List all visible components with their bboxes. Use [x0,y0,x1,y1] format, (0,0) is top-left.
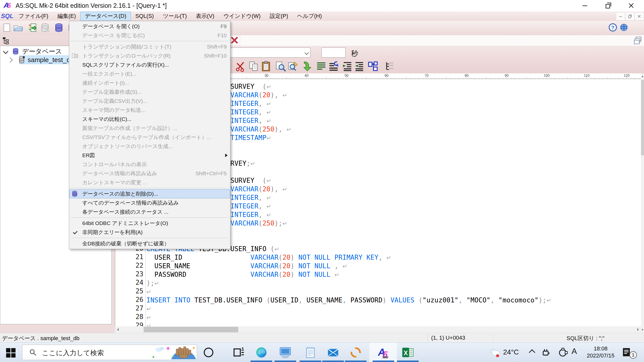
menubar-item-settings[interactable]: 設定(P) [265,12,293,21]
expander-right-icon[interactable] [8,57,13,62]
taskbar-app-mail[interactable] [327,346,339,359]
minimize-button[interactable] [576,1,594,11]
running-indicator [322,360,344,362]
taskbar-search-input[interactable]: ここに入力して検索 [22,345,197,360]
horizontal-scroll-thumb[interactable] [144,327,238,332]
menubar-item-help[interactable]: ヘルプ(H) [293,12,326,21]
menu-item-label: カレントスキーマの変更 ... [82,179,147,186]
globe-icon[interactable] [619,23,628,32]
copy-icon[interactable] [248,61,259,72]
context-menu-item[interactable]: データベース を開く(O)F9 [69,22,230,31]
close-query-tab-icon[interactable] [229,36,240,46]
context-menu-item[interactable]: 一括エクスポート(E)... [69,69,230,78]
context-menu-item[interactable]: 各データベース接続のステータス ... [69,207,230,216]
restore-button[interactable] [599,1,617,11]
ruler-tick [595,78,595,79]
menubar-item-window[interactable]: ウインドウ(W) [219,12,265,21]
expander-down-icon[interactable] [3,49,8,54]
context-menu-item[interactable]: 非同期クエリーを利用(A) [69,228,230,237]
format-undo-icon[interactable] [328,61,339,72]
ruler-tick [438,78,439,79]
context-menu-item[interactable]: トランザクションのロールバック(R)Shift+F10 [69,51,230,60]
context-menu-item[interactable]: オブジェクトソースのリバース生成... [69,142,230,151]
return-mark-icon: ↵ [283,186,287,193]
taskbar-app-edge[interactable] [255,346,268,359]
menubar-item-tools[interactable]: ツール(T) [158,12,191,21]
tray-chevron-up-icon[interactable] [529,349,535,355]
context-menu-item[interactable]: 連続インポート(I)... [69,78,230,87]
context-menu-item[interactable]: データベース情報の再読み込みShift+Ctrl+F5 [69,169,230,178]
context-menu-item[interactable]: ER図 [69,151,230,160]
vertical-scrollbar[interactable] [641,73,644,333]
search-replace-icon[interactable] [288,61,299,72]
close-button[interactable] [622,1,640,11]
execute-icon[interactable] [301,61,312,72]
context-menu-item[interactable]: 新規テーブルの作成（テーブル設計）... [69,124,230,133]
timeout-input[interactable] [321,48,346,58]
menubar-item-edit[interactable]: 編集(E) [53,12,80,21]
context-menu-item[interactable]: SQLスクリプトファイルの実行(X)... [69,60,230,69]
run-script-icon[interactable] [28,23,38,32]
weather-icon[interactable] [489,347,500,358]
taskbar-app-notepad[interactable] [304,346,317,359]
taskbar-app-pc[interactable] [279,346,292,359]
menubar-item-sql[interactable]: SQL(S) [131,12,158,21]
paste-icon[interactable] [261,61,272,72]
format-sql-icon[interactable] [316,61,327,72]
horizontal-scrollbar[interactable] [115,326,641,333]
context-menu-item[interactable]: トランザクションの開始/コミット(T)Shift+F9 [69,42,230,51]
database-disconnect-icon[interactable] [40,23,50,32]
power-plug-icon[interactable] [541,347,551,358]
taskbar-app-cortana[interactable] [202,346,215,359]
mdi-restore-button[interactable] [625,12,634,20]
search-highlight-illustration[interactable] [151,345,196,359]
scroll-left-icon[interactable] [117,328,119,331]
database-connect-icon[interactable] [54,23,64,32]
outline-icon[interactable] [384,61,395,72]
context-menu-item[interactable]: データベース を閉じる(C)F10 [69,31,230,40]
start-button[interactable] [5,346,17,359]
search-icon[interactable] [275,61,286,72]
menubar-item-database[interactable]: データベース(D) [80,12,131,21]
ruler-tick [603,78,603,79]
cascade-windows-icon[interactable] [634,36,642,45]
mdi-close-button[interactable] [635,12,644,20]
scroll-right-icon[interactable] [637,328,639,331]
context-menu-item[interactable]: 64bit ODBC アドミニストレータ(O) [69,219,230,228]
context-menu-item[interactable]: コントロールパネルの表示 [69,160,230,169]
taskbar-app-excel[interactable]: X [401,346,414,359]
context-menu-item[interactable]: テーブル定義CSV出力(V)... [69,97,230,106]
indent-icon[interactable] [342,61,353,72]
taskbar-app-task-view[interactable] [232,346,245,359]
new-query-icon[interactable] [2,23,12,32]
menubar-item-view[interactable]: 表示(V) [191,12,219,21]
help-icon[interactable]: ? [608,23,617,32]
taskbar-app-sync[interactable] [349,346,362,359]
cut-icon[interactable] [235,61,246,72]
vertical-scroll-thumb[interactable] [641,80,644,155]
context-menu-item[interactable]: カレントスキーマの変更 ... [69,178,230,187]
notification-badge[interactable]: 1 [629,351,637,359]
ime-indicator[interactable]: A [572,347,577,356]
context-menu-item[interactable]: CSV/TSVファイルからテーブル作成（インポート）... [69,133,230,142]
context-menu-item[interactable]: スキーマ間のデータ転送... [69,106,230,115]
scroll-up-icon[interactable] [641,75,643,77]
taskbar-app-a5sql[interactable]: A5 [377,346,390,359]
context-menu-item[interactable]: テーブル定義書作成(S)... [69,87,230,97]
menubar-item-file[interactable]: ファイル(F) [14,12,53,21]
context-menu-item[interactable]: すべてのデータベース情報の再読み込み [69,198,230,207]
mdi-minimize-button[interactable] [616,12,625,20]
open-file-icon[interactable] [13,23,23,32]
context-menu-item[interactable]: 全DB接続の破棄（切断せずに破棄） [69,239,230,248]
scroll-down-icon[interactable] [641,329,643,331]
context-menu-item[interactable]: スキーマの比較(C)... [69,115,230,124]
device-status-icon[interactable] [557,347,568,358]
line-number: 26 [115,296,143,303]
clock[interactable]: 18:08 2022/07/15 [582,345,619,359]
context-menu-item-highlighted[interactable]: データベースの追加と削除(D)... [69,189,230,198]
ruler-tick [567,77,567,79]
temperature-label[interactable]: 24°C [503,348,519,356]
er-diagram-icon[interactable] [368,61,379,72]
outdent-icon[interactable] [353,61,365,72]
tree-view-toggle-icon[interactable] [2,36,11,45]
